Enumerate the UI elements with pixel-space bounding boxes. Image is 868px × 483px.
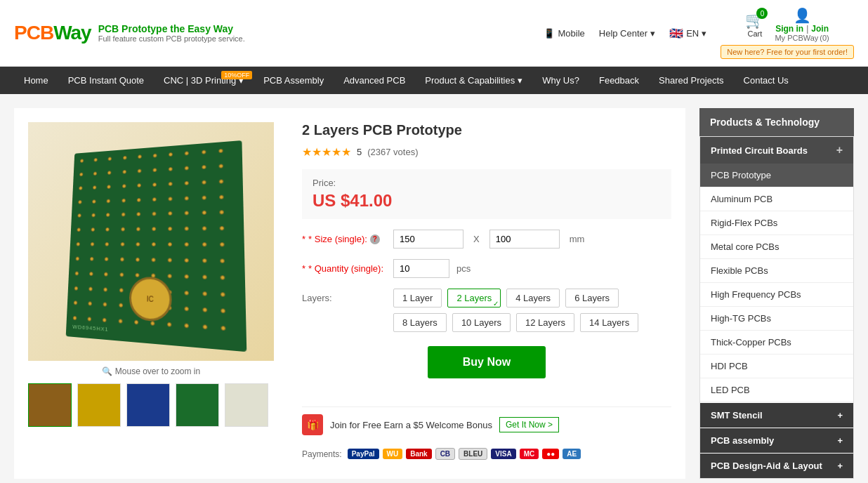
chevron-down-icon: ▾ [702, 28, 706, 39]
sidebar-section-pcb: Printed Circuit Boards + PCB Prototype A… [699, 136, 854, 479]
layer-10[interactable]: 10 Layers [452, 313, 511, 332]
rating-row: ★★★★★ 5 (2367 votes) [302, 145, 671, 159]
vote-count: (2367 votes) [367, 147, 418, 157]
get-it-now-link[interactable]: Get It Now > [499, 417, 559, 432]
product-details: 2 Layers PCB Prototype ★★★★★ 5 (2367 vot… [302, 122, 671, 460]
pcb-section-header[interactable]: Printed Circuit Boards + [700, 137, 853, 164]
help-icon[interactable]: ? [370, 234, 380, 244]
nav-shared-projects[interactable]: Shared Projects [649, 67, 734, 94]
layer-8[interactable]: 8 Layers [393, 313, 447, 332]
pcb-assembly-header[interactable]: PCB assembly + [700, 428, 853, 453]
nav-pcb-quote[interactable]: PCB Instant Quote [58, 67, 154, 94]
plus-icon: + [836, 144, 843, 157]
logo-tagline: PCB Prototype the Easy Way Full feature … [98, 23, 245, 43]
sidebar-item-rigid-flex[interactable]: Rigid-Flex PCBs [700, 211, 853, 235]
product-area: IC WD6945HX1 🔍 Mouse over to zoom in [14, 108, 685, 479]
layer-6[interactable]: 6 Layers [565, 289, 619, 307]
size-y-input[interactable] [489, 230, 560, 249]
sidebar-item-high-tg[interactable]: High-TG PCBs [700, 307, 853, 331]
zoom-icon: 🔍 [102, 366, 112, 376]
cart-badge: 0 [756, 8, 768, 19]
sidebar-item-aluminum[interactable]: Aluminum PCB [700, 187, 853, 211]
plus-icon: + [837, 461, 843, 471]
nav-why-us[interactable]: Why Us? [532, 67, 589, 94]
plus-icon: + [837, 410, 843, 421]
logo-area: PCBWay PCB Prototype the Easy Way Full f… [14, 22, 245, 44]
nav-advanced-pcb[interactable]: Advanced PCB [334, 67, 415, 94]
join-link[interactable]: Join [811, 24, 829, 34]
size-x-input[interactable] [393, 230, 463, 249]
qty-row: * * Quantity (single): pcs [302, 259, 671, 278]
chevron-down-icon: ▾ [518, 75, 522, 86]
user-icon: 👤 [794, 7, 811, 24]
size-label: * * Size (single): ? [302, 234, 386, 244]
cart-button[interactable]: 🛒 0 Cart [745, 11, 764, 38]
buy-now-button[interactable]: Buy Now [428, 346, 546, 378]
price-value: US $41.00 [313, 191, 661, 211]
thumbnail-2[interactable] [77, 383, 121, 427]
language-selector[interactable]: 🇬🇧 EN ▾ [669, 27, 706, 40]
pcb-design-header[interactable]: PCB Design-Aid & Layout + [700, 454, 853, 478]
chevron-down-icon: ▾ [650, 28, 655, 39]
rating-count: 5 [357, 147, 362, 157]
navigation: Home PCB Instant Quote CNC | 3D Printing… [0, 67, 868, 94]
mobile-link[interactable]: 📱 Mobile [544, 28, 584, 39]
price-label: Price: [313, 178, 661, 188]
sidebar-item-thick-copper[interactable]: Thick-Copper PCBs [700, 331, 853, 355]
discover-icon: ●● [542, 449, 559, 459]
sidebar: Products & Technology Printed Circuit Bo… [699, 108, 854, 479]
buy-btn-container: Buy Now [302, 346, 671, 392]
western-union-icon: WU [383, 449, 403, 459]
nav-cnc-3d[interactable]: CNC | 3D Printing 10%OFF ▾ [154, 67, 254, 94]
thumbnail-1[interactable] [28, 383, 72, 427]
layer-2[interactable]: 2 Layers [447, 289, 501, 307]
layer-1[interactable]: 1 Layer [393, 289, 442, 307]
product-layout: IC WD6945HX1 🔍 Mouse over to zoom in [28, 122, 671, 460]
product-title: 2 Layers PCB Prototype [302, 122, 671, 138]
main-content: IC WD6945HX1 🔍 Mouse over to zoom in [0, 94, 868, 483]
logo[interactable]: PCBWay [14, 22, 91, 44]
sidebar-item-high-freq[interactable]: High Frequency PCBs [700, 283, 853, 307]
nav-home[interactable]: Home [14, 67, 58, 94]
bleu-icon: BLEU [459, 448, 487, 460]
thumbnail-3[interactable] [126, 383, 170, 427]
tagline2: Full feature custom PCB prototype servic… [98, 34, 245, 43]
signin-link[interactable]: Sign in [775, 24, 803, 34]
nav-badge-3d: 10%OFF [221, 71, 252, 79]
sidebar-title: Products & Technology [699, 108, 854, 136]
signin-area: 👤 Sign in | Join My PCBWay (0) [775, 7, 829, 42]
nav-product-capabilities[interactable]: Product & Capabilities ▾ [415, 67, 532, 94]
quantity-input[interactable] [393, 259, 449, 278]
mastercard-icon: MC [520, 449, 539, 459]
smt-stencil-header[interactable]: SMT Stencil + [700, 403, 853, 428]
tagline1: PCB Prototype the Easy Way [98, 23, 245, 34]
sidebar-item-hdi[interactable]: HDI PCB [700, 355, 853, 378]
nav-contact[interactable]: Contact Us [734, 67, 798, 94]
nav-feedback[interactable]: Feedback [589, 67, 649, 94]
layers-row: Layers: 1 Layer 2 Layers 4 Layers 6 Laye… [302, 289, 671, 332]
sidebar-item-flexible[interactable]: Flexible PCBs [700, 259, 853, 283]
nav-pcb-assembly[interactable]: PCB Assembly [254, 67, 334, 94]
header: PCBWay PCB Prototype the Easy Way Full f… [0, 0, 868, 67]
sidebar-item-pcb-prototype[interactable]: PCB Prototype [700, 164, 853, 187]
layer-4[interactable]: 4 Layers [506, 289, 560, 307]
plus-icon: + [837, 435, 843, 446]
layer-12[interactable]: 12 Layers [516, 313, 574, 332]
qty-label: * * Quantity (single): [302, 263, 386, 274]
cart-signin-row: 🛒 0 Cart 👤 Sign in | Join My PCBWay (0) [745, 7, 829, 42]
thumbnail-5[interactable] [225, 383, 268, 427]
cb-icon: CB [435, 448, 455, 460]
header-right: 📱 Mobile Help Center ▾ 🇬🇧 EN ▾ 🛒 0 Cart … [544, 7, 854, 59]
layer-14[interactable]: 14 Layers [580, 313, 638, 332]
payment-icons: PayPal WU Bank CB BLEU VISA MC ●● AE [348, 448, 581, 460]
thumbnail-4[interactable] [176, 383, 219, 427]
bank-transfer-icon: Bank [406, 449, 431, 459]
help-center-link[interactable]: Help Center ▾ [599, 28, 655, 39]
sidebar-item-metal-core[interactable]: Metal core PCBs [700, 235, 853, 259]
zoom-hint: 🔍 Mouse over to zoom in [28, 366, 274, 376]
sidebar-item-led[interactable]: LED PCB [700, 378, 853, 402]
amex-icon: AE [563, 449, 581, 459]
pcb-board-visual: IC WD6945HX1 [66, 140, 247, 352]
size-unit: mm [567, 234, 588, 244]
join-row: 🎁 Join for Free Earn a $5 Welcome Bonus … [302, 406, 671, 442]
